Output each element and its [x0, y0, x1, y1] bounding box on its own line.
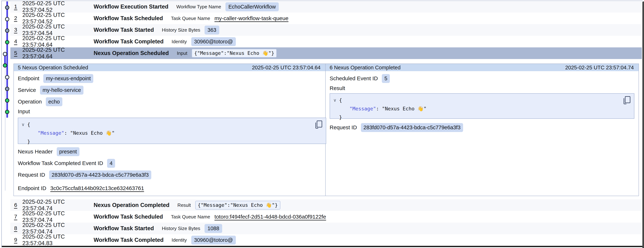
- event-attr-value-code: {"Message":"Nexus Echo 👋"}: [195, 201, 280, 210]
- event-name: Workflow Task Completed: [94, 237, 164, 243]
- event-attr-label: Task Queue Name: [171, 214, 210, 220]
- event-row[interactable]: 3 2025-02-25 UTC 23:57:04.54 Workflow Ta…: [10, 24, 642, 36]
- timeline-event-dot-completed[interactable]: [5, 110, 9, 114]
- event-row[interactable]: 7 2025-02-25 UTC 23:57:04.74 Workflow Ta…: [10, 211, 642, 223]
- json-key: "Message": [38, 130, 64, 136]
- json-code-block: ∨ { "Message": "Nexus Echo 👋" }: [18, 118, 326, 144]
- field-value-badge: echo: [46, 97, 62, 106]
- event-id-link[interactable]: 7: [14, 214, 17, 220]
- event-timeline-graph: [0, 0, 11, 248]
- event-attr-value-badge: 363: [204, 25, 219, 34]
- event-name: Workflow Task Scheduled: [94, 214, 163, 220]
- task-queue-link[interactable]: totoro:f494fecf-2d51-4d48-bdcd-036a0f912…: [214, 214, 326, 220]
- event-attr-value-badge: 30960@totoro@: [191, 236, 236, 245]
- bottom-divider-bar: [2, 246, 642, 247]
- nexus-completed-panel: 6 Nexus Operation Completed 2025-02-25 U…: [326, 64, 638, 196]
- event-attr-label: History Size Bytes: [162, 27, 200, 33]
- event-id-link[interactable]: 6: [14, 202, 17, 209]
- event-attr-label: Workflow Type Name: [176, 4, 221, 10]
- event-id-link[interactable]: 3: [14, 27, 17, 33]
- event-name: Nexus Operation Scheduled: [94, 50, 169, 56]
- event-timestamp: 2025-02-25 UTC 23:57:04.74: [22, 222, 94, 235]
- event-attr-label: History Size Bytes: [162, 226, 200, 231]
- panel-title: 6 Nexus Operation Completed: [330, 65, 400, 71]
- event-attr-value-badge: 30960@totoro@: [191, 37, 236, 46]
- panel-timestamp: 2025-02-25 UTC 23:57:04.64: [252, 65, 320, 71]
- event-id-link[interactable]: 4: [14, 38, 17, 45]
- timeline-event-dot-started[interactable]: [5, 87, 9, 91]
- timeline-event-dot-completed[interactable]: [5, 98, 9, 103]
- event-row[interactable]: 8 2025-02-25 UTC 23:57:04.74 Workflow Ta…: [10, 223, 642, 234]
- temporal-workflow-history-page: { "colors": { "timeline_line": "#4f46e5"…: [0, 0, 644, 248]
- timeline-event-dot-completed[interactable]: [5, 40, 9, 44]
- panel-title: 5 Nexus Operation Scheduled: [18, 65, 88, 71]
- event-timestamp: 2025-02-25 UTC 23:57:04.74: [22, 199, 94, 212]
- timeline-event-dot-scheduled[interactable]: [5, 17, 9, 21]
- event-row[interactable]: 4 2025-02-25 UTC 23:57:04.64 Workflow Ta…: [10, 36, 642, 47]
- field-label: Input: [18, 108, 30, 115]
- event-timestamp: 2025-02-25 UTC 23:57:04.54: [22, 23, 94, 36]
- json-value: "Nexus Echo 👋": [382, 106, 426, 111]
- event-group-detail-panels: 5 Nexus Operation Scheduled 2025-02-25 U…: [14, 63, 639, 196]
- timeline-event-dot-scheduled[interactable]: [5, 75, 9, 79]
- panel-header: 6 Nexus Operation Completed 2025-02-25 U…: [326, 64, 638, 71]
- task-queue-link[interactable]: my-caller-workflow-task-queue: [214, 15, 288, 21]
- field-label: Operation: [18, 99, 42, 105]
- timeline-event-dot-completed[interactable]: [3, 63, 7, 67]
- event-row[interactable]: 1 2025-02-25 UTC 23:57:04.52 Workflow Ex…: [10, 1, 642, 12]
- field-label: Service: [18, 87, 36, 93]
- field-label: Scheduled Event ID: [330, 75, 378, 81]
- timeline-event-dot-scheduled[interactable]: [3, 52, 7, 56]
- event-name: Workflow Task Scheduled: [94, 15, 163, 22]
- vertical-scrollbar[interactable]: [642, 1, 644, 248]
- field-value-badge: my-nexus-endpoint: [43, 74, 93, 83]
- timeline-event-dot-started[interactable]: [5, 28, 9, 33]
- endpoint-id-link[interactable]: 3c0c75ccfa8144b092c13ce632463761: [50, 185, 144, 191]
- event-id-link[interactable]: 9: [14, 237, 17, 244]
- event-name: Workflow Task Completed: [94, 38, 164, 45]
- copy-icon[interactable]: [315, 121, 322, 129]
- event-row[interactable]: 6 2025-02-25 UTC 23:57:04.74 Nexus Opera…: [10, 199, 642, 211]
- timeline-branch-guide-line: [5, 67, 6, 191]
- event-id-link[interactable]: 8: [14, 225, 17, 232]
- field-value-badge: 4: [107, 159, 115, 168]
- event-name: Nexus Operation Completed: [94, 202, 170, 209]
- field-label: Workflow Task Completed Event ID: [18, 160, 103, 166]
- event-attr-value-code: {"Message":"Nexus Echo 👋"}: [192, 49, 277, 57]
- event-row[interactable]: 2 2025-02-25 UTC 23:57:04.52 Workflow Ta…: [10, 12, 642, 24]
- json-value: "Nexus Echo 👋": [70, 130, 115, 136]
- field-value-badge: present: [57, 147, 80, 156]
- event-attr-label: Task Queue Name: [171, 16, 210, 21]
- field-label: Request ID: [18, 172, 45, 178]
- field-value-badge: 283fd070-d57a-4423-bdca-c5c779e6a3f3: [361, 123, 463, 132]
- event-name: Workflow Execution Started: [94, 3, 168, 10]
- copy-icon[interactable]: [623, 96, 630, 105]
- json-key: "Message": [350, 106, 376, 111]
- nexus-scheduled-panel: 5 Nexus Operation Scheduled 2025-02-25 U…: [14, 64, 326, 196]
- event-row-selected[interactable]: 5 2025-02-25 UTC 23:57:04.64 Nexus Opera…: [10, 47, 642, 59]
- event-timestamp: 2025-02-25 UTC 23:57:04.64: [22, 47, 94, 60]
- timeline-event-dot-started[interactable]: [5, 5, 9, 10]
- event-attr-value-badge: EchoCallerWorkflow: [226, 2, 279, 11]
- field-label: Result: [330, 85, 345, 91]
- field-value-badge: 5: [382, 74, 390, 83]
- event-name: Workflow Task Started: [94, 27, 154, 33]
- event-timestamp: 2025-02-25 UTC 23:57:04.64: [22, 35, 94, 48]
- panel-header: 5 Nexus Operation Scheduled 2025-02-25 U…: [14, 64, 325, 71]
- event-timestamp: 2025-02-25 UTC 23:57:04.74: [22, 210, 94, 223]
- collapse-chevron-icon[interactable]: ∨: [22, 122, 25, 127]
- event-id-link[interactable]: 1: [14, 3, 17, 10]
- event-row[interactable]: 9 2025-02-25 UTC 23:57:04.83 Workflow Ta…: [10, 234, 642, 246]
- panel-timestamp: 2025-02-25 UTC 23:57:04.74: [565, 65, 634, 71]
- collapse-chevron-icon[interactable]: ∨: [333, 98, 336, 103]
- event-attr-label: Identity: [172, 39, 187, 44]
- event-id-link[interactable]: 5: [14, 50, 17, 57]
- event-timestamp: 2025-02-25 UTC 23:57:04.83: [22, 234, 94, 247]
- event-name: Workflow Task Started: [94, 225, 154, 232]
- field-label: Endpoint ID: [18, 185, 46, 191]
- field-value-badge: my-hello-service: [40, 86, 84, 95]
- event-id-link[interactable]: 2: [14, 15, 17, 22]
- event-attr-label: Identity: [172, 237, 187, 243]
- event-timestamp: 2025-02-25 UTC 23:57:04.52: [22, 12, 94, 25]
- event-attr-label: Input: [177, 50, 187, 56]
